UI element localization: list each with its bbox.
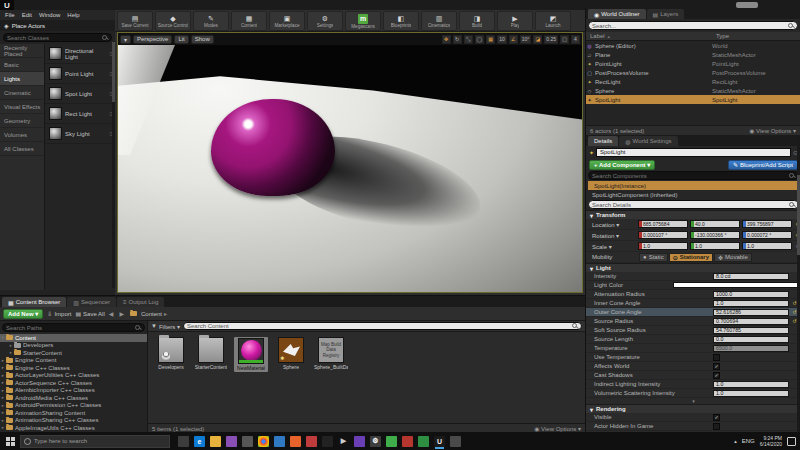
search-paths-input[interactable]: Search Paths [2,323,145,332]
search-components-input[interactable]: Search Components [588,171,799,180]
breadcrumb[interactable]: Content ▸ [130,310,167,317]
volumetric-scattering-intensity-field[interactable]: 1.0 [713,390,789,397]
taskbar-clock[interactable]: 9:24 PM 6/14/2020 [760,435,782,448]
viewport[interactable]: ▾ Perspective Lit Show ✥ ↻ ⤡ ◯ ▦ 10 ∠ 10… [117,32,583,293]
cinematics-button[interactable]: ▥ Cinematics [421,11,457,31]
chrome-icon[interactable] [258,436,269,447]
rotation-y-field[interactable]: -130.000366 ° [690,231,740,239]
camera-speed-icon[interactable]: ▢ [560,35,569,44]
magenta-sphere[interactable] [211,99,335,196]
tree-item-developers[interactable]: ▸Developers [0,342,147,350]
category-geometry[interactable]: Geometry [0,114,44,128]
section-transform[interactable]: ▾ Transform [586,210,800,219]
list-item-sky-light[interactable]: Sky Light ≡ [45,124,115,144]
app-icon[interactable] [242,436,253,447]
lit-mode-button[interactable]: Lit [174,35,188,44]
outliner-row-rectlight[interactable]: ✦ RectLight RectLight [586,77,800,86]
blueprints-button[interactable]: ◧ Blueprints [383,11,419,31]
tab-sequencer[interactable]: ▥ Sequencer [67,297,116,307]
actor-name-input[interactable]: SpotLight [596,148,791,157]
tab-layers[interactable]: ▤ Layers [647,9,685,19]
menu-file[interactable]: File [5,12,15,18]
light-color-swatch[interactable] [673,282,800,288]
marketplace-button[interactable]: ▣ Marketplace [269,11,305,31]
search-classes-input[interactable]: Search Classes [3,33,112,42]
import-button[interactable]: ⇩ Import [47,310,71,317]
history-forward-button[interactable]: ▶ [119,310,126,317]
source-control-button[interactable]: ◆ Source Control [155,11,191,31]
outliner-view-options-button[interactable]: ◉ View Options ▾ [749,127,796,134]
launch-button[interactable]: ◩ Launch [535,11,571,31]
blueprint-add-script-button[interactable]: ✎ Blueprint/Add Script [728,160,798,170]
tree-item[interactable]: ▸AlembicImporter C++ Classes [0,387,147,395]
app-icon[interactable] [322,436,333,447]
grid-snap-icon[interactable]: ▦ [486,35,495,44]
history-back-button[interactable]: ◀ [109,310,116,317]
location-z-field[interactable]: 399.756897 [742,220,792,228]
content-view-options-button[interactable]: ◉ View Options ▾ [534,425,581,432]
translate-tool-icon[interactable]: ✥ [442,35,451,44]
viewport-options-button[interactable]: ▾ [120,35,131,44]
viewport-scene[interactable] [118,45,582,292]
edge-icon[interactable]: e [194,436,205,447]
source-radius-field[interactable]: 0.700694 [713,318,789,325]
scale-y-field[interactable]: 1.0 [690,242,740,250]
outliner-row-sphere[interactable]: ◇ Sphere StaticMeshActor [586,86,800,95]
menu-edit[interactable]: Edit [22,12,32,18]
asset-newmaterial[interactable]: NewMaterial [234,337,268,372]
cast-shadows-checkbox[interactable]: ✓ [713,372,720,379]
category-volumes[interactable]: Volumes [0,128,44,142]
attenuation-radius-field[interactable]: 1000.0 [713,291,789,298]
tree-item[interactable]: ▸AppleImageUtils C++ Classes [0,424,147,432]
category-recently-placed[interactable]: Recently Placed [0,44,44,58]
perspective-button[interactable]: Perspective [133,35,172,44]
tree-item[interactable]: ▸AndroidPermission C++ Classes [0,402,147,410]
category-visual-effects[interactable]: Visual Effects [0,100,44,114]
outliner-row-plane[interactable]: ▱ Plane StaticMeshActor [586,50,800,59]
language-indicator[interactable]: ENG [742,438,755,444]
tab-details[interactable]: Details [588,136,618,146]
settings-app-icon[interactable]: ⚙ [370,436,381,447]
category-lights[interactable]: Lights [0,72,44,86]
inner-cone-angle-field[interactable]: 1.0 [713,300,789,307]
start-button[interactable] [0,432,20,450]
build-button[interactable]: ◨ Build [459,11,495,31]
outer-cone-angle-field[interactable]: 52.616286 [713,309,789,316]
content-button[interactable]: ▦ Content [231,11,267,31]
app-icon[interactable] [226,436,237,447]
tree-item[interactable]: ▸ActorLayerUtilities C++ Classes [0,372,147,380]
tree-item-content[interactable]: ▾Content [0,334,147,342]
tab-content-browser[interactable]: ▦ Content Browser [2,297,66,307]
outliner-row-postprocessvolume[interactable]: ▢ PostProcessVolume PostProcessVolume [586,68,800,77]
list-item-directional-light[interactable]: Directional Light ≡ [45,44,115,64]
filters-button[interactable]: ▼ Filters ▾ [151,323,180,330]
indirect-lighting-intensity-field[interactable]: 1.0 [713,381,789,388]
asset-sphere-builtdata[interactable]: Map Build Data Registry Sphere_BuiltData [314,337,348,372]
outliner-row-pointlight[interactable]: ✦ PointLight PointLight [586,59,800,68]
task-view-icon[interactable] [178,436,189,447]
tab-world-settings[interactable]: ◍ World Settings [619,136,677,146]
tree-item[interactable]: ▸AndroidMedia C++ Classes [0,394,147,402]
tab-world-outliner[interactable]: ◉ World Outliner [588,9,646,19]
soft-source-radius-field[interactable]: 54.760785 [713,327,789,334]
world-space-icon[interactable]: ◯ [475,35,485,44]
outliner-row-spotlight[interactable]: ✦ SpotLight SpotLight [586,95,800,104]
app-icon[interactable] [274,436,285,447]
list-item-point-light[interactable]: Point Light ≡ [45,64,115,84]
outliner-search-input[interactable]: Search... [588,21,798,30]
section-light[interactable]: ▾ Light [586,263,800,272]
column-type[interactable]: Type [712,32,800,40]
column-label[interactable]: Label ▲ [586,32,712,40]
category-basic[interactable]: Basic [0,58,44,72]
visible-checkbox[interactable]: ✓ [713,414,720,421]
list-item-spot-light[interactable]: Spot Light ≡ [45,84,115,104]
component-spotlightcomponent[interactable]: SpotLightComponent (Inherited) [586,190,800,199]
tab-output-log[interactable]: ≡ Output Log [117,297,164,307]
rotation-z-field[interactable]: 0.000072 ° [742,231,792,239]
mobility-static-button[interactable]: ● Static [639,253,668,262]
intensity-field[interactable]: 8.0 cd [713,273,789,280]
megascans-button[interactable]: m Megascans [345,11,381,31]
add-new-button[interactable]: Add New ▾ [3,309,43,319]
app-icon[interactable] [290,436,301,447]
menu-help[interactable]: Help [67,12,79,18]
